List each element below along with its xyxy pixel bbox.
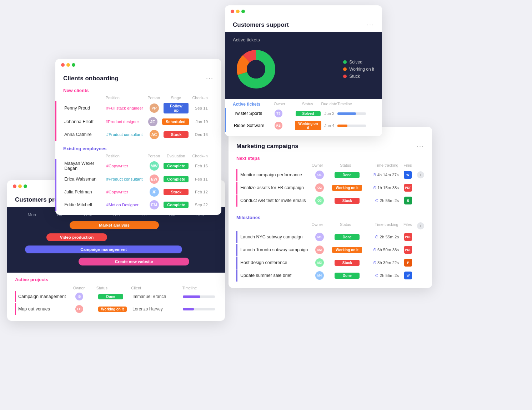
ap-status: Working on it <box>98 307 132 312</box>
client-stage: Stuck <box>164 131 189 138</box>
win-maximize[interactable] <box>24 184 27 188</box>
legend-label-stuck: Stuck <box>349 74 360 79</box>
ap-header-client: Client <box>131 286 182 290</box>
tickets-label: Active tickets <box>233 102 274 107</box>
next-steps-label: Next steps <box>236 156 424 161</box>
client-position: #Full stack engineer <box>106 106 145 111</box>
customers-support-card: Customers support ··· Active tickets Sol… <box>225 5 382 136</box>
new-clients-label: New clients <box>55 86 221 95</box>
client-name: Penny Proud <box>64 106 106 111</box>
mkt-header-time2: Time tracking <box>363 222 398 229</box>
active-tickets-dark-label: Active tickets <box>233 37 374 42</box>
ticket-client: Ridoe Software <box>234 123 275 128</box>
ticket-owner: TS <box>275 110 295 117</box>
ap-client: Lorenzo Harvey <box>132 307 183 312</box>
header-person2: Person <box>144 154 164 158</box>
header-owner: Owner <box>274 102 294 107</box>
gantt-bar: Video production <box>46 233 107 241</box>
milestone-time: ⏱2h 55m 2s <box>365 234 399 239</box>
milestone-owner: M3 <box>309 258 330 267</box>
support-dark-section: Active tickets Solved Working on it <box>225 32 382 99</box>
legend-working: Working on it <box>343 67 374 72</box>
active-projects-label: Active projects <box>15 277 217 282</box>
win-minimize[interactable] <box>236 10 240 13</box>
milestones-section: Milestones Owner Status Time tracking Fi… <box>229 213 432 284</box>
active-projects-header: Owner Status Client Timeline <box>15 285 217 291</box>
support-title: Customers support <box>233 21 289 29</box>
mkt-milestones-header: Owner Status Time tracking Files + <box>236 222 424 231</box>
client-stage: Scheduled <box>162 118 189 125</box>
ap-timeline <box>183 295 217 298</box>
milestone-status: Stuck <box>330 260 365 266</box>
client-stage: Follow up <box>164 103 189 113</box>
mkt-header-owner: Owner <box>307 163 328 167</box>
chart-area: Solved Working on it Stuck <box>233 46 374 92</box>
milestone-row: Launch NYC subway campaign M1 Done ⏱2h 5… <box>236 231 424 243</box>
ap-header-timeline: Timeline <box>182 286 217 290</box>
milestone-name: Launch NYC subway campaign <box>240 234 309 239</box>
milestone-name: Launch Toronto subway campaign <box>240 247 309 252</box>
milestone-row: Update summer sale brief M4 Done ⏱2h 55m… <box>236 269 424 282</box>
gantt-bar: Create new website <box>79 258 189 265</box>
active-project-row: Campaign management IB Done Immanuel Bra… <box>15 291 217 302</box>
client-position: #Product consultant <box>106 132 145 137</box>
mkt-header-status2: Status <box>328 222 363 229</box>
support-ticket-row: Twister Sports TS Solved Jun 2 <box>225 108 382 119</box>
mkt-time: ⏱1h 15m 38s <box>365 185 399 190</box>
milestone-files: PDF <box>399 246 417 254</box>
marketing-menu[interactable]: ··· <box>417 142 424 150</box>
legend-label-solved: Solved <box>349 60 362 65</box>
mkt-header-owner2: Owner <box>307 222 328 229</box>
milestone-time: ⏱2h 55m 2s <box>365 273 399 278</box>
clients-title: Clients onboarding <box>63 75 119 82</box>
tickets-table-header: Active tickets Owner Status Due date Tim… <box>225 99 382 108</box>
milestone-name: Update summer sale brief <box>240 273 309 278</box>
mkt-files: PDF <box>399 184 417 192</box>
milestone-files: P <box>399 259 417 267</box>
add-file-icon[interactable]: + <box>417 171 424 178</box>
milestone-row: Launch Toronto subway campaign M2 Workin… <box>236 244 424 256</box>
win-maximize[interactable] <box>241 10 245 13</box>
support-menu[interactable]: ··· <box>367 21 374 29</box>
header-due: Due date <box>321 102 337 107</box>
win-close[interactable] <box>61 63 65 67</box>
add-milestone-icon[interactable]: + <box>417 222 424 229</box>
table-row: Johanna Elliott #Product designer JE Sch… <box>55 115 221 128</box>
win-close[interactable] <box>231 10 234 13</box>
ticket-timeline <box>337 125 368 127</box>
win-close[interactable] <box>13 184 16 188</box>
gantt-bar: Market analysis <box>70 221 159 229</box>
gantt-row: Campaign management <box>7 243 225 255</box>
mkt-header-files2: Files <box>398 222 417 229</box>
support-ticket-row: Ridoe Software RS Working on it Jun 4 <box>225 119 382 132</box>
win-maximize[interactable] <box>72 63 75 67</box>
table-row: Erica Waissman #Product consultant EW Co… <box>55 173 221 186</box>
table-row: Eddie Mitchell #Motion Designer EM Compl… <box>55 198 221 211</box>
table-row: Maayan Wexer Dagan #Copywriter MW Comple… <box>55 159 221 173</box>
client-name: Johanna Elliott <box>64 119 106 124</box>
gantt-chart: Mon Tue Wed Thu Fri Sat Sun Market analy… <box>7 207 225 273</box>
mkt-header-status: Status <box>328 163 363 167</box>
gantt-row: Video production <box>7 231 225 243</box>
header-person: Person <box>144 96 164 100</box>
ap-owner: IB <box>75 293 98 300</box>
legend-label-working: Working on it <box>349 67 374 72</box>
legend-dot-solved <box>343 60 347 64</box>
ap-client: Immanuel Branch <box>132 294 183 299</box>
marketing-title: Marketing campaigns <box>236 143 298 150</box>
milestone-owner: M1 <box>309 233 330 241</box>
ticket-client: Twister Sports <box>234 111 275 116</box>
ap-owner: LH <box>75 305 98 313</box>
header-status: Status <box>294 102 321 107</box>
mkt-owner: O1 <box>309 171 330 179</box>
mkt-header-time: Time tracking <box>363 163 398 167</box>
clients-menu[interactable]: ··· <box>206 75 214 82</box>
ap-name: Map out venues <box>18 307 75 312</box>
mkt-row: Finalize assets for FB campaign O2 Worki… <box>236 182 424 194</box>
win-minimize[interactable] <box>66 63 70 67</box>
mkt-time: ⏱4h 14m 27s <box>364 172 398 177</box>
milestone-owner: M2 <box>309 246 330 254</box>
ticket-status: Solved <box>295 111 321 116</box>
win-minimize[interactable] <box>18 184 22 188</box>
client-person: AC <box>145 130 164 139</box>
